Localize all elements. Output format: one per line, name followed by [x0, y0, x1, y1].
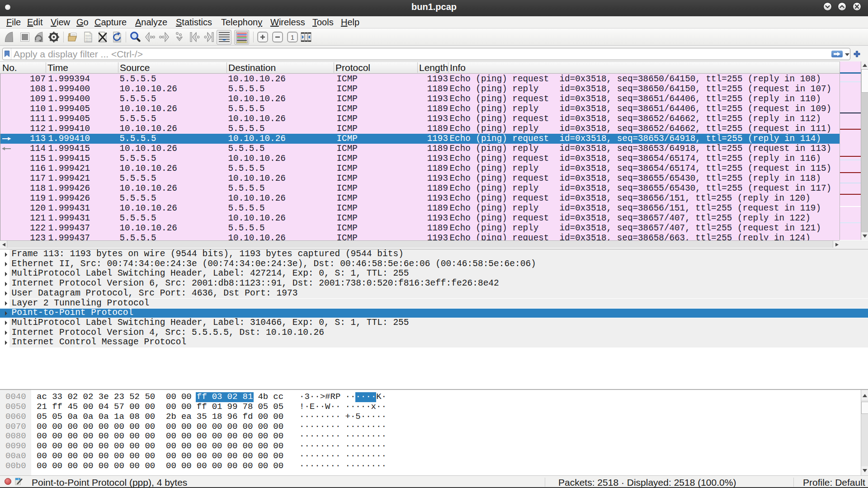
svg-text:0111: 0111	[85, 39, 92, 42]
svg-text:1: 1	[291, 33, 294, 41]
